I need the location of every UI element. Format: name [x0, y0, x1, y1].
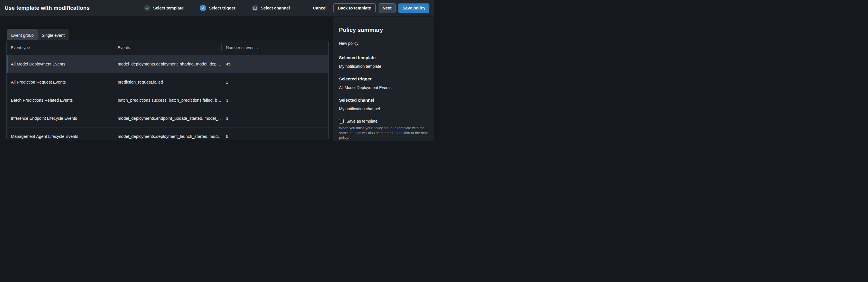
- step-select-template: Select template: [144, 5, 183, 11]
- save-as-template-checkbox[interactable]: [339, 119, 344, 124]
- event-type-cell: All Prediction Request Events: [7, 73, 114, 91]
- back-to-template-button[interactable]: Back to template: [333, 3, 376, 13]
- policy-summary-sidebar: Policy summary New policy Selected templ…: [334, 17, 434, 141]
- event-count-cell: 6: [221, 127, 329, 140]
- header-actions: Cancel Back to template Next Save policy: [310, 3, 429, 13]
- event-type-cell: All Model Deployment Events: [7, 55, 114, 73]
- table-row[interactable]: All Prediction Request Events prediction…: [7, 73, 329, 91]
- sidebar-title: Policy summary: [339, 26, 431, 33]
- events-cell: model_deployments.endpoint_update_starte…: [114, 109, 221, 127]
- step-connector: [187, 8, 197, 8]
- events-cell: model_deployments.deployment_sharing, mo…: [114, 55, 221, 73]
- save-as-template-label: Save as template: [346, 119, 377, 124]
- save-policy-button[interactable]: Save policy: [398, 3, 429, 13]
- table-row[interactable]: All Model Deployment Events model_deploy…: [7, 55, 329, 73]
- header: Use template with modifications Select t…: [0, 0, 434, 17]
- table-row[interactable]: Inference Endpoint Lifecycle Events mode…: [7, 109, 329, 127]
- next-button[interactable]: Next: [379, 3, 396, 13]
- step-connector: [239, 8, 248, 8]
- stepper: Select template Select trigger Select ch…: [144, 5, 290, 11]
- check-icon: [144, 5, 150, 11]
- save-as-template-row: Save as template: [339, 119, 431, 124]
- events-table: Event type Events Number of events All M…: [6, 40, 329, 140]
- cancel-button[interactable]: Cancel: [310, 3, 330, 13]
- table-header-row: Event type Events Number of events: [7, 40, 329, 55]
- event-count-cell: 3: [221, 91, 329, 109]
- selected-channel-heading: Selected channel: [339, 98, 431, 103]
- event-type-cell: Batch Predictions Related Events: [7, 91, 114, 109]
- page-title: Use template with modifications: [5, 5, 90, 11]
- column-header-number-of-events: Number of events: [221, 40, 329, 55]
- save-as-template-description: When you finish your policy setup, a tem…: [339, 126, 431, 140]
- selected-trigger-heading: Selected trigger: [339, 76, 431, 82]
- selected-template-value: My notification template: [339, 64, 431, 69]
- check-icon: [200, 5, 206, 11]
- events-cell: batch_predictions.success, batch_predict…: [114, 91, 221, 109]
- column-header-events: Events: [114, 40, 221, 55]
- selected-trigger-value: All Model Deployment Events: [339, 85, 431, 90]
- event-count-cell: 3: [221, 109, 329, 127]
- events-cell: model_deployments.deployment_launch_star…: [114, 127, 221, 140]
- event-type-cell: Inference Endpoint Lifecycle Events: [7, 109, 114, 127]
- event-type-cell: Management Agent Lifecycle Events: [7, 127, 114, 140]
- step-label: Select trigger: [209, 6, 236, 10]
- step-select-trigger: Select trigger: [200, 5, 236, 11]
- table-row[interactable]: Management Agent Lifecycle Events model_…: [7, 127, 329, 140]
- main-content: Event group Single event Event type Even…: [0, 17, 333, 141]
- event-count-cell: 45: [221, 55, 329, 73]
- policy-name: New policy: [339, 41, 431, 46]
- event-count-cell: 1: [221, 73, 329, 91]
- step-select-channel: Select channel: [252, 5, 290, 11]
- selected-template-heading: Selected template: [339, 55, 431, 60]
- envelope-icon: [252, 5, 258, 11]
- column-header-event-type: Event type: [7, 40, 114, 55]
- step-label: Select channel: [260, 6, 290, 10]
- step-label: Select template: [153, 6, 183, 10]
- events-cell: prediction_request.failed: [114, 73, 221, 91]
- table-row[interactable]: Batch Predictions Related Events batch_p…: [7, 91, 329, 109]
- selected-channel-value: My notification channel: [339, 106, 431, 112]
